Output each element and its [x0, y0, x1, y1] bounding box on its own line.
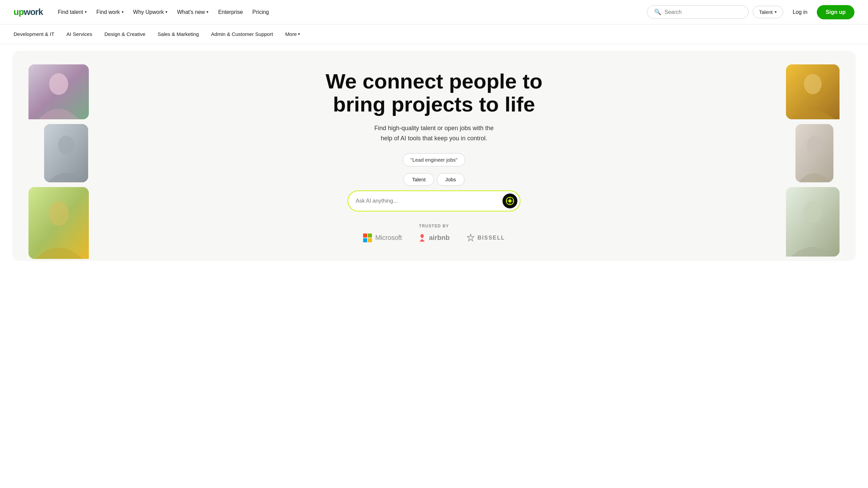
- ai-input[interactable]: [356, 198, 502, 204]
- nav-enterprise[interactable]: Enterprise: [214, 6, 247, 18]
- search-input[interactable]: [665, 9, 742, 15]
- svg-marker-18: [467, 234, 474, 241]
- svg-point-3: [58, 136, 74, 155]
- svg-point-7: [804, 74, 822, 94]
- login-button[interactable]: Log in: [787, 6, 813, 18]
- suggestion-pill[interactable]: "Lead engineer jobs": [403, 153, 465, 166]
- microsoft-text: Microsoft: [375, 234, 402, 242]
- search-icon: 🔍: [654, 8, 661, 16]
- signup-button[interactable]: Sign up: [817, 5, 854, 19]
- nav-links: Find talent ▾ Find work ▾ Why Upwork ▾ W…: [54, 6, 273, 18]
- nav-pricing[interactable]: Pricing: [248, 6, 273, 18]
- ai-icon: [506, 197, 514, 205]
- tab-jobs[interactable]: Jobs: [437, 173, 465, 186]
- second-nav-more[interactable]: More ▾: [285, 31, 300, 37]
- chevron-down-icon: ▾: [298, 32, 300, 36]
- ai-input-container: [348, 190, 520, 211]
- chevron-down-icon: ▾: [206, 10, 209, 14]
- tab-talent[interactable]: Talent: [403, 173, 434, 186]
- photo-card-r1: [786, 64, 840, 119]
- airbnb-logo: airbnb: [418, 233, 450, 242]
- hero-subtitle: Find high-quality talent or open jobs wi…: [319, 123, 549, 143]
- bissell-text: BISSELL: [477, 235, 505, 241]
- airbnb-text: airbnb: [429, 234, 450, 242]
- second-nav-admin[interactable]: Admin & Customer Support: [211, 31, 273, 37]
- airbnb-icon: [418, 233, 426, 242]
- second-nav-ai-services[interactable]: AI Services: [66, 31, 92, 37]
- chevron-down-icon: ▾: [122, 10, 124, 14]
- right-photos: [786, 64, 840, 257]
- photo-card-r3: [786, 187, 840, 257]
- chevron-down-icon: ▾: [775, 10, 777, 14]
- trusted-by: TRUSTED BY Microsoft: [319, 224, 549, 243]
- trusted-logos: Microsoft airbnb BISSELL: [319, 233, 549, 243]
- bissell-logo: BISSELL: [466, 233, 505, 243]
- logo[interactable]: upupworkwork: [14, 7, 43, 17]
- second-nav-development[interactable]: Development & IT: [14, 31, 54, 37]
- nav-find-talent[interactable]: Find talent ▾: [54, 6, 91, 18]
- svg-point-13: [508, 199, 512, 203]
- bissell-icon: [466, 233, 475, 243]
- talent-dropdown[interactable]: Talent ▾: [753, 6, 783, 18]
- nav-find-work[interactable]: Find work ▾: [92, 6, 127, 18]
- photo-card-r2: [795, 124, 833, 182]
- nav-right: 🔍 Talent ▾ Log in Sign up: [647, 5, 854, 19]
- ai-submit-button[interactable]: [502, 194, 517, 208]
- svg-point-1: [49, 73, 68, 95]
- hero-section: We connect people to bring projects to l…: [12, 51, 856, 261]
- top-nav: upupworkwork Find talent ▾ Find work ▾ W…: [0, 0, 868, 24]
- chevron-down-icon: ▾: [165, 10, 167, 14]
- nav-why-upwork[interactable]: Why Upwork ▾: [129, 6, 172, 18]
- svg-point-5: [48, 201, 69, 226]
- hero-content: We connect people to bring projects to l…: [319, 70, 549, 243]
- microsoft-logo: Microsoft: [363, 233, 402, 242]
- search-tabs: Talent Jobs: [319, 173, 549, 186]
- microsoft-icon: [363, 233, 372, 242]
- second-nav-sales[interactable]: Sales & Marketing: [158, 31, 199, 37]
- left-photos: [28, 64, 89, 259]
- trusted-by-label: TRUSTED BY: [319, 224, 549, 228]
- search-bar[interactable]: 🔍: [647, 5, 749, 19]
- nav-whats-new[interactable]: What's new ▾: [173, 6, 213, 18]
- photo-card-3: [28, 187, 89, 259]
- second-nav-design[interactable]: Design & Creative: [104, 31, 145, 37]
- second-nav: Development & IT AI Services Design & Cr…: [0, 24, 868, 44]
- chevron-down-icon: ▾: [85, 10, 87, 14]
- svg-point-11: [804, 200, 822, 223]
- hero-title: We connect people to bring projects to l…: [319, 70, 549, 116]
- photo-card-1: [28, 64, 89, 119]
- photo-card-2: [44, 124, 88, 182]
- svg-point-9: [807, 136, 822, 154]
